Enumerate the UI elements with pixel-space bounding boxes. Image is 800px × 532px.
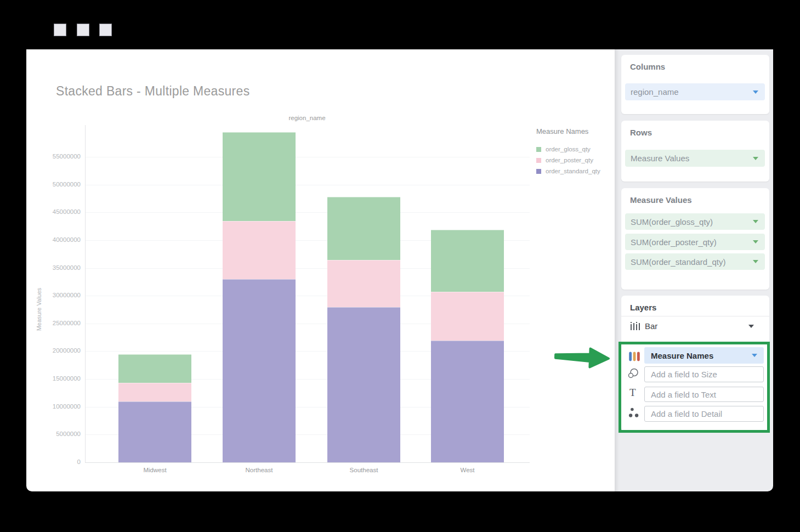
measure-value-pill[interactable]: SUM(order_standard_qty) bbox=[625, 253, 765, 270]
chart-legend: Measure Names order_gloss_qtyorder_poste… bbox=[536, 127, 613, 177]
chevron-down-icon[interactable] bbox=[753, 220, 758, 223]
annotation-arrow-icon bbox=[553, 345, 611, 370]
measure-value-pill[interactable]: SUM(order_poster_qty) bbox=[625, 234, 765, 250]
y-tick-label: 20000000 bbox=[26, 347, 81, 354]
window-control-3[interactable] bbox=[99, 24, 112, 36]
rows-heading: Rows bbox=[630, 128, 652, 137]
chevron-down-icon[interactable] bbox=[753, 260, 758, 263]
legend-swatch-icon bbox=[536, 169, 541, 174]
measure-value-pill[interactable]: SUM(order_gloss_qty) bbox=[625, 213, 765, 230]
bar-segment-order_standard_qty-midwest[interactable] bbox=[118, 401, 191, 462]
chevron-down-icon[interactable] bbox=[752, 354, 757, 357]
chevron-down-icon[interactable] bbox=[748, 325, 754, 328]
window-control-1[interactable] bbox=[54, 24, 66, 36]
detail-marks-icon bbox=[628, 406, 640, 418]
bar-segment-order_poster_qty-midwest[interactable] bbox=[118, 383, 191, 401]
bar-segment-order_poster_qty-northeast[interactable] bbox=[223, 221, 296, 279]
measure-value-label: SUM(order_poster_qty) bbox=[625, 237, 753, 247]
y-tick-label: 55000000 bbox=[26, 153, 81, 160]
y-tick-label: 25000000 bbox=[26, 320, 81, 326]
bar-segment-order_poster_qty-west[interactable] bbox=[431, 292, 504, 341]
y-axis-line bbox=[85, 125, 86, 462]
field-sidebar: Columns region_name Rows Measure Values … bbox=[615, 49, 773, 491]
y-tick-label: 35000000 bbox=[26, 264, 81, 271]
measure-values-card: Measure Values SUM(order_gloss_qty) SUM(… bbox=[621, 188, 769, 290]
bar-segment-order_gloss_qty-southeast[interactable] bbox=[327, 197, 400, 260]
layers-heading: Layers bbox=[630, 303, 656, 312]
bar-segment-order_gloss_qty-northeast[interactable] bbox=[223, 132, 296, 221]
y-tick-label: 40000000 bbox=[26, 236, 81, 243]
color-marks-icon bbox=[628, 350, 640, 363]
divider bbox=[621, 316, 769, 316]
bar-segment-order_standard_qty-northeast[interactable] bbox=[223, 279, 296, 462]
legend-item[interactable]: order_poster_qty bbox=[536, 155, 613, 166]
y-tick-label: 45000000 bbox=[26, 208, 81, 215]
columns-heading: Columns bbox=[630, 62, 665, 71]
columns-card: Columns region_name bbox=[621, 55, 769, 114]
bar-segment-order_poster_qty-southeast[interactable] bbox=[327, 260, 400, 307]
gridline bbox=[86, 185, 530, 185]
legend-title: Measure Names bbox=[536, 127, 613, 135]
measure-value-label: SUM(order_standard_qty) bbox=[625, 257, 753, 267]
y-tick-label: 5000000 bbox=[26, 431, 81, 437]
legend-item[interactable]: order_standard_qty bbox=[536, 166, 613, 177]
bar-segment-order_gloss_qty-midwest[interactable] bbox=[118, 354, 191, 383]
legend-swatch-icon bbox=[536, 147, 541, 152]
chevron-down-icon[interactable] bbox=[753, 90, 758, 94]
chart-title: Stacked Bars - Multiple Measures bbox=[56, 84, 249, 99]
gridline bbox=[86, 157, 530, 157]
text-marks-icon: T bbox=[629, 387, 642, 399]
detail-field-input[interactable] bbox=[644, 406, 764, 422]
y-axis-label: Measure Values bbox=[36, 282, 42, 337]
column-header-label: region_name bbox=[85, 115, 529, 121]
size-marks-icon bbox=[627, 367, 639, 380]
x-tick-label: Southeast bbox=[327, 467, 400, 473]
x-axis-line bbox=[85, 462, 530, 463]
color-field-label: Measure Names bbox=[644, 351, 752, 360]
measure-value-label: SUM(order_gloss_qty) bbox=[625, 217, 753, 227]
window-control-2[interactable] bbox=[77, 24, 89, 36]
size-field-input[interactable] bbox=[644, 366, 764, 382]
chevron-down-icon[interactable] bbox=[753, 157, 758, 160]
legend-swatch-icon bbox=[536, 158, 541, 163]
rows-card: Rows Measure Values bbox=[621, 121, 769, 182]
legend-label: order_gloss_qty bbox=[546, 146, 591, 152]
layer-type-label[interactable]: Bar bbox=[645, 321, 657, 331]
bar-segment-order_standard_qty-west[interactable] bbox=[431, 341, 504, 462]
bar-segment-order_standard_qty-southeast[interactable] bbox=[327, 307, 400, 462]
chevron-down-icon[interactable] bbox=[753, 240, 758, 244]
chart-panel: Stacked Bars - Multiple Measures region_… bbox=[26, 49, 615, 491]
gridline bbox=[86, 212, 530, 213]
y-tick-label: 15000000 bbox=[26, 375, 81, 382]
rows-field-label: Measure Values bbox=[625, 154, 753, 163]
y-tick-label: 30000000 bbox=[26, 292, 81, 298]
color-field-pill[interactable]: Measure Names bbox=[644, 347, 764, 364]
y-tick-label: 50000000 bbox=[26, 181, 81, 188]
legend-item[interactable]: order_gloss_qty bbox=[536, 144, 613, 155]
rows-field-pill[interactable]: Measure Values bbox=[625, 150, 765, 167]
columns-field-pill[interactable]: region_name bbox=[625, 83, 765, 100]
x-tick-label: Midwest bbox=[118, 467, 191, 473]
legend-label: order_poster_qty bbox=[546, 157, 593, 163]
measure-values-heading: Measure Values bbox=[630, 195, 692, 205]
bar-chart-icon bbox=[630, 321, 640, 332]
bar-segment-order_gloss_qty-west[interactable] bbox=[431, 230, 504, 292]
columns-field-label: region_name bbox=[625, 87, 753, 97]
x-tick-label: Northeast bbox=[223, 467, 296, 473]
y-tick-label: 0 bbox=[26, 459, 81, 465]
legend-label: order_standard_qty bbox=[546, 168, 600, 174]
x-tick-label: West bbox=[431, 467, 504, 473]
y-tick-label: 10000000 bbox=[26, 403, 81, 410]
text-field-input[interactable] bbox=[644, 387, 764, 402]
